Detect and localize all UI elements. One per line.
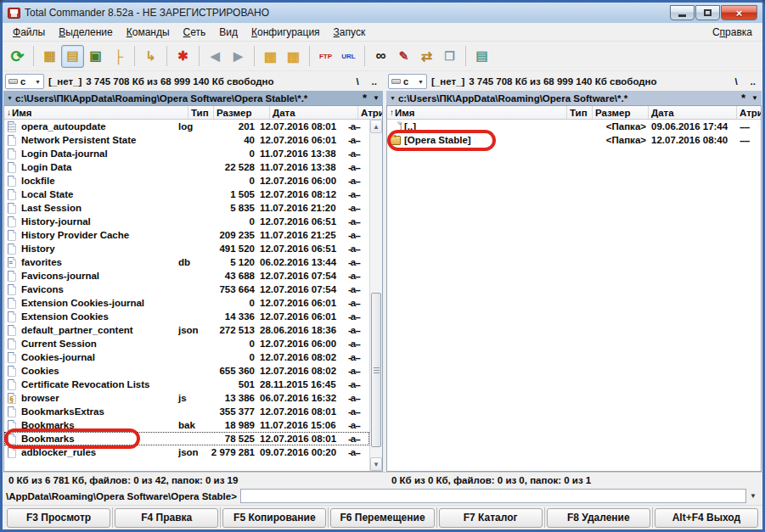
right-up-button[interactable]: .. [746, 76, 760, 87]
sync-dirs-icon[interactable]: ⇄ [415, 45, 438, 68]
refresh-icon[interactable]: ⟳ [6, 45, 29, 68]
right-root-button[interactable]: \ [730, 76, 741, 87]
file-row[interactable]: BookmarksExtras355 37712.07.2016 08:01-a… [4, 405, 369, 418]
branch-view-icon[interactable]: ↳ [139, 45, 162, 68]
file-row[interactable]: browserjs13 38606.07.2016 16:32-a-- [4, 391, 369, 405]
left-header-type[interactable]: Тип [188, 106, 214, 119]
menu-item-команды[interactable]: Команды [120, 25, 177, 40]
fn-button-f6[interactable]: F6 Перемещение [330, 508, 434, 528]
select-group-icon[interactable]: ✱ [172, 45, 194, 68]
fn-button-f8[interactable]: F8 Удаление [547, 508, 650, 528]
left-drive-label[interactable]: [_нет_] [48, 76, 82, 87]
file-attr: -a-- [346, 271, 369, 281]
brief-view-icon[interactable]: ▦ [38, 45, 61, 68]
fn-button-f5[interactable]: F5 Копирование [222, 508, 326, 528]
scroll-down-icon[interactable]: ▼ [370, 457, 382, 471]
file-row[interactable]: Favicons-journal43 68812.07.2016 07:54-a… [4, 269, 369, 283]
menu-item-вид[interactable]: Вид [212, 25, 245, 40]
file-row[interactable]: Extension Cookies-journal012.07.2016 06:… [4, 296, 369, 310]
left-path-dropdown-icon[interactable]: ▼ [373, 94, 380, 102]
unpack-icon[interactable]: ▦ [282, 45, 305, 68]
fn-button-f7[interactable]: F7 Каталог [439, 508, 543, 528]
fn-button-f3[interactable]: F3 Просмотр [7, 508, 110, 528]
left-path-bar[interactable]: ▼ c:\Users\ПК\AppData\Roaming\Opera Soft… [3, 91, 383, 105]
right-path-bar[interactable]: ▼ c:\Users\ПК\AppData\Roaming\Opera Soft… [386, 91, 762, 105]
back-icon[interactable]: ◀ [204, 45, 227, 68]
pack-icon[interactable]: ▦ [259, 45, 282, 68]
left-root-button[interactable]: \ [352, 76, 363, 87]
search-icon[interactable]: ∞ [369, 45, 392, 68]
left-header-date[interactable]: Дата [270, 106, 358, 119]
file-row[interactable]: Cookies655 36012.07.2016 08:02-a-- [4, 364, 369, 378]
right-header-date[interactable]: Дата [649, 106, 737, 119]
compare-icon[interactable]: ❐ [438, 45, 461, 68]
command-history-icon[interactable]: ▼ [750, 492, 759, 500]
file-row[interactable]: Favicons753 66412.07.2016 07:54-a-- [4, 283, 369, 296]
file-row[interactable]: History Provider Cache209 23511.07.2016 … [4, 228, 369, 242]
file-row[interactable]: Bookmarksbak18 98911.07.2016 15:06-a-- [4, 418, 369, 432]
left-header-attr[interactable]: Атрибуты [358, 106, 382, 119]
file-row[interactable]: Last Session5 83511.07.2016 21:20-a-- [4, 201, 369, 215]
right-header-attr[interactable]: Атрибуты [737, 106, 761, 119]
file-attr: -a-- [346, 244, 369, 254]
thumbnails-view-icon[interactable]: ▣ [84, 45, 107, 68]
path-history-icon[interactable]: ▼ [390, 95, 396, 101]
left-header-size[interactable]: Размер [214, 106, 270, 119]
ftp-url-icon[interactable]: URL [337, 45, 360, 68]
file-row[interactable]: Cookies-journal012.07.2016 08:02-a-- [4, 350, 369, 364]
file-row[interactable]: Login Data-journal011.07.2016 13:38-a-- [4, 147, 369, 160]
scroll-up-icon[interactable]: ▲ [370, 120, 382, 133]
file-size: 13 386 [201, 393, 257, 403]
file-row[interactable]: Login Data22 52811.07.2016 13:38-a-- [4, 160, 369, 174]
left-up-button[interactable]: .. [368, 76, 381, 87]
file-row[interactable]: adblocker_rulesjson2 979 28109.07.2016 0… [4, 445, 369, 459]
file-row[interactable]: [..]<Папка>09.06.2016 17:44---- [387, 120, 761, 133]
file-row[interactable]: Extension Cookies14 33612.07.2016 06:01-… [4, 310, 369, 323]
left-scrollbar[interactable]: ▲ ▼ [369, 120, 382, 471]
multi-rename-icon[interactable]: ✎ [392, 45, 415, 68]
menu-item-запуск[interactable]: Запуск [327, 25, 373, 40]
right-path-dropdown-icon[interactable]: ▼ [751, 94, 758, 102]
file-row[interactable]: Bookmarks78 52512.07.2016 08:01-a-- [4, 432, 369, 445]
notepad-icon[interactable]: ▤ [470, 45, 493, 68]
menu-item-сеть[interactable]: Сеть [177, 25, 213, 40]
left-header-name[interactable]: ↓Имя [4, 106, 188, 119]
full-view-icon[interactable]: ▤ [61, 45, 84, 68]
file-row[interactable]: Local State1 50512.07.2016 08:12-a-- [4, 188, 369, 201]
ftp-connect-icon[interactable]: FTP [314, 45, 337, 68]
file-row[interactable]: default_partner_contentjson272 51328.06.… [4, 323, 369, 337]
file-row[interactable]: Certificate Revocation Lists50128.11.201… [4, 378, 369, 391]
menu-item-выделение[interactable]: Выделение [52, 25, 120, 40]
left-drive-combo[interactable]: c ▼ [5, 74, 44, 89]
right-header-size[interactable]: Размер [593, 106, 649, 119]
command-input[interactable] [240, 489, 746, 503]
tree-view-icon[interactable]: ├ [107, 45, 130, 68]
right-drive-combo[interactable]: c ▼ [388, 74, 427, 89]
file-row[interactable]: favoritesdb5 12006.02.2016 13:44-a-- [4, 255, 369, 269]
minimize-button[interactable] [670, 5, 695, 20]
forward-icon[interactable]: ▶ [227, 45, 250, 68]
right-drive-label[interactable]: [_нет_] [431, 76, 464, 87]
menu-item-help[interactable]: Справка [706, 25, 759, 40]
file-date: 11.07.2016 21:20 [257, 203, 346, 213]
menu-item-файлы[interactable]: Файлы [6, 25, 52, 40]
left-status-bar: 0 Кб из 6 781 Кб, файлов: 0 из 42, папок… [3, 473, 383, 487]
right-filter-button[interactable]: * [741, 92, 745, 104]
menu-item-конфигурация[interactable]: Конфигурация [245, 25, 327, 40]
right-header-name[interactable]: ↑Имя [387, 106, 567, 119]
close-button[interactable]: × [721, 5, 757, 20]
fn-button-alt-f4[interactable]: Alt+F4 Выход [655, 508, 758, 528]
file-row[interactable]: Network Persistent State4012.07.2016 06:… [4, 133, 369, 147]
file-row[interactable]: History491 52012.07.2016 06:51-a-- [4, 242, 369, 255]
file-row[interactable]: [Opera Stable]<Папка>12.07.2016 08:40---… [387, 133, 761, 147]
right-header-type[interactable]: Тип [567, 106, 593, 119]
maximize-button[interactable] [695, 5, 720, 20]
file-row[interactable]: Current Session012.07.2016 06:00-a-- [4, 337, 369, 350]
path-history-icon[interactable]: ▼ [7, 95, 13, 101]
fn-button-f4[interactable]: F4 Правка [115, 508, 218, 528]
file-row[interactable]: lockfile012.07.2016 06:00-a-- [4, 174, 369, 188]
file-row[interactable]: opera_autoupdatelog20112.07.2016 08:01-a… [4, 120, 369, 133]
left-filter-button[interactable]: * [363, 92, 367, 104]
file-row[interactable]: History-journal012.07.2016 06:51-a-- [4, 215, 369, 228]
scrollbar-thumb[interactable] [371, 293, 381, 447]
